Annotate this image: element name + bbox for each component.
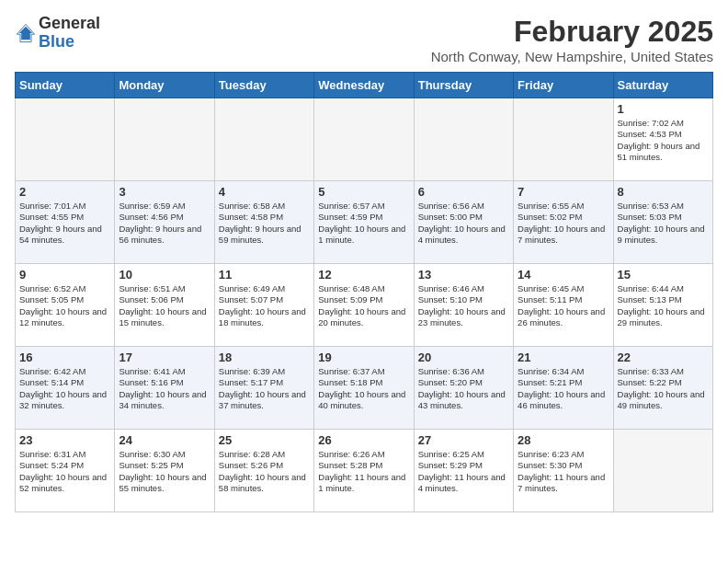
location-subtitle: North Conway, New Hampshire, United Stat… <box>431 49 713 64</box>
day-number: 3 <box>119 185 210 199</box>
day-info: Sunrise: 6:34 AM Sunset: 5:21 PM Dayligh… <box>518 366 609 411</box>
calendar-week-row: 23Sunrise: 6:31 AM Sunset: 5:24 PM Dayli… <box>16 430 713 512</box>
day-info: Sunrise: 6:56 AM Sunset: 5:00 PM Dayligh… <box>418 201 509 246</box>
calendar-week-row: 1Sunrise: 7:02 AM Sunset: 4:53 PM Daylig… <box>16 98 713 181</box>
calendar-day-cell: 22Sunrise: 6:33 AM Sunset: 5:22 PM Dayli… <box>613 347 712 430</box>
title-block: February 2025 North Conway, New Hampshir… <box>431 15 713 64</box>
calendar-day-cell: 11Sunrise: 6:49 AM Sunset: 5:07 PM Dayli… <box>214 264 313 347</box>
day-info: Sunrise: 7:02 AM Sunset: 4:53 PM Dayligh… <box>618 118 709 163</box>
day-number: 12 <box>318 268 409 282</box>
calendar-day-cell: 17Sunrise: 6:41 AM Sunset: 5:16 PM Dayli… <box>115 347 214 430</box>
day-info: Sunrise: 6:51 AM Sunset: 5:06 PM Dayligh… <box>119 283 210 328</box>
day-number: 14 <box>518 268 609 282</box>
calendar-day-cell <box>514 98 613 181</box>
day-number: 26 <box>318 433 409 447</box>
day-info: Sunrise: 6:39 AM Sunset: 5:17 PM Dayligh… <box>219 366 310 411</box>
day-number: 6 <box>418 185 509 199</box>
calendar-day-cell: 21Sunrise: 6:34 AM Sunset: 5:21 PM Dayli… <box>514 347 613 430</box>
day-number: 10 <box>119 268 210 282</box>
calendar-day-cell: 7Sunrise: 6:55 AM Sunset: 5:02 PM Daylig… <box>514 181 613 264</box>
calendar-day-cell <box>613 430 712 512</box>
day-info: Sunrise: 6:25 AM Sunset: 5:29 PM Dayligh… <box>418 449 509 494</box>
day-number: 18 <box>219 350 310 364</box>
calendar-day-cell: 20Sunrise: 6:36 AM Sunset: 5:20 PM Dayli… <box>414 347 513 430</box>
weekday-header: Friday <box>514 73 613 98</box>
day-number: 27 <box>418 433 509 447</box>
calendar-day-cell: 16Sunrise: 6:42 AM Sunset: 5:14 PM Dayli… <box>16 347 115 430</box>
calendar-day-cell: 28Sunrise: 6:23 AM Sunset: 5:30 PM Dayli… <box>514 430 613 512</box>
day-number: 20 <box>418 350 509 364</box>
calendar-day-cell <box>314 98 414 181</box>
day-number: 25 <box>219 433 310 447</box>
day-number: 11 <box>219 268 310 282</box>
day-info: Sunrise: 6:55 AM Sunset: 5:02 PM Dayligh… <box>518 201 609 246</box>
calendar-day-cell <box>16 98 115 181</box>
calendar-day-cell: 25Sunrise: 6:28 AM Sunset: 5:26 PM Dayli… <box>214 430 313 512</box>
day-info: Sunrise: 7:01 AM Sunset: 4:55 PM Dayligh… <box>19 201 110 246</box>
day-number: 24 <box>119 433 210 447</box>
weekday-header: Thursday <box>414 73 513 98</box>
day-number: 13 <box>418 268 509 282</box>
calendar-day-cell: 19Sunrise: 6:37 AM Sunset: 5:18 PM Dayli… <box>314 347 414 430</box>
day-number: 9 <box>19 268 110 282</box>
logo: General Blue <box>15 15 100 52</box>
day-info: Sunrise: 6:53 AM Sunset: 5:03 PM Dayligh… <box>618 201 709 246</box>
day-info: Sunrise: 6:37 AM Sunset: 5:18 PM Dayligh… <box>318 366 409 411</box>
calendar-day-cell: 13Sunrise: 6:46 AM Sunset: 5:10 PM Dayli… <box>414 264 513 347</box>
calendar-day-cell: 23Sunrise: 6:31 AM Sunset: 5:24 PM Dayli… <box>16 430 115 512</box>
day-info: Sunrise: 6:41 AM Sunset: 5:16 PM Dayligh… <box>119 366 210 411</box>
calendar-day-cell: 24Sunrise: 6:30 AM Sunset: 5:25 PM Dayli… <box>115 430 214 512</box>
day-info: Sunrise: 6:28 AM Sunset: 5:26 PM Dayligh… <box>219 449 310 494</box>
day-number: 2 <box>19 185 110 199</box>
calendar-week-row: 2Sunrise: 7:01 AM Sunset: 4:55 PM Daylig… <box>16 181 713 264</box>
weekday-header: Sunday <box>16 73 115 98</box>
calendar-day-cell: 18Sunrise: 6:39 AM Sunset: 5:17 PM Dayli… <box>214 347 313 430</box>
page-header: General Blue February 2025 North Conway,… <box>15 15 713 64</box>
calendar-day-cell: 12Sunrise: 6:48 AM Sunset: 5:09 PM Dayli… <box>314 264 414 347</box>
calendar-day-cell <box>214 98 313 181</box>
day-number: 23 <box>19 433 110 447</box>
day-info: Sunrise: 6:52 AM Sunset: 5:05 PM Dayligh… <box>19 283 110 328</box>
day-info: Sunrise: 6:58 AM Sunset: 4:58 PM Dayligh… <box>219 201 310 246</box>
weekday-header: Monday <box>115 73 214 98</box>
day-info: Sunrise: 6:46 AM Sunset: 5:10 PM Dayligh… <box>418 283 509 328</box>
day-number: 17 <box>119 350 210 364</box>
day-info: Sunrise: 6:45 AM Sunset: 5:11 PM Dayligh… <box>518 283 609 328</box>
logo-general-text: General <box>39 14 100 32</box>
day-info: Sunrise: 6:57 AM Sunset: 4:59 PM Dayligh… <box>318 201 409 246</box>
calendar-day-cell: 8Sunrise: 6:53 AM Sunset: 5:03 PM Daylig… <box>613 181 712 264</box>
calendar-day-cell: 14Sunrise: 6:45 AM Sunset: 5:11 PM Dayli… <box>514 264 613 347</box>
day-info: Sunrise: 6:31 AM Sunset: 5:24 PM Dayligh… <box>19 449 110 494</box>
calendar-day-cell: 15Sunrise: 6:44 AM Sunset: 5:13 PM Dayli… <box>613 264 712 347</box>
day-info: Sunrise: 6:33 AM Sunset: 5:22 PM Dayligh… <box>618 366 709 411</box>
weekday-header: Wednesday <box>314 73 414 98</box>
day-number: 22 <box>618 350 709 364</box>
calendar-day-cell: 1Sunrise: 7:02 AM Sunset: 4:53 PM Daylig… <box>613 98 712 181</box>
calendar-table: SundayMondayTuesdayWednesdayThursdayFrid… <box>15 72 713 512</box>
day-number: 21 <box>518 350 609 364</box>
day-number: 8 <box>618 185 709 199</box>
calendar-day-cell <box>115 98 214 181</box>
logo-blue-text: Blue <box>39 32 74 51</box>
day-info: Sunrise: 6:30 AM Sunset: 5:25 PM Dayligh… <box>119 449 210 494</box>
calendar-day-cell: 5Sunrise: 6:57 AM Sunset: 4:59 PM Daylig… <box>314 181 414 264</box>
month-year-title: February 2025 <box>431 15 713 49</box>
day-number: 4 <box>219 185 310 199</box>
calendar-day-cell: 2Sunrise: 7:01 AM Sunset: 4:55 PM Daylig… <box>16 181 115 264</box>
weekday-header: Saturday <box>613 73 712 98</box>
day-info: Sunrise: 6:42 AM Sunset: 5:14 PM Dayligh… <box>19 366 110 411</box>
day-info: Sunrise: 6:44 AM Sunset: 5:13 PM Dayligh… <box>618 283 709 328</box>
calendar-day-cell: 27Sunrise: 6:25 AM Sunset: 5:29 PM Dayli… <box>414 430 513 512</box>
day-number: 28 <box>518 433 609 447</box>
day-info: Sunrise: 6:23 AM Sunset: 5:30 PM Dayligh… <box>518 449 609 494</box>
weekday-header-row: SundayMondayTuesdayWednesdayThursdayFrid… <box>16 73 713 98</box>
calendar-week-row: 16Sunrise: 6:42 AM Sunset: 5:14 PM Dayli… <box>16 347 713 430</box>
day-info: Sunrise: 6:36 AM Sunset: 5:20 PM Dayligh… <box>418 366 509 411</box>
day-number: 15 <box>618 268 709 282</box>
day-number: 16 <box>19 350 110 364</box>
day-info: Sunrise: 6:59 AM Sunset: 4:56 PM Dayligh… <box>119 201 210 246</box>
day-info: Sunrise: 6:26 AM Sunset: 5:28 PM Dayligh… <box>318 449 409 494</box>
day-number: 7 <box>518 185 609 199</box>
calendar-day-cell: 3Sunrise: 6:59 AM Sunset: 4:56 PM Daylig… <box>115 181 214 264</box>
calendar-day-cell: 4Sunrise: 6:58 AM Sunset: 4:58 PM Daylig… <box>214 181 313 264</box>
